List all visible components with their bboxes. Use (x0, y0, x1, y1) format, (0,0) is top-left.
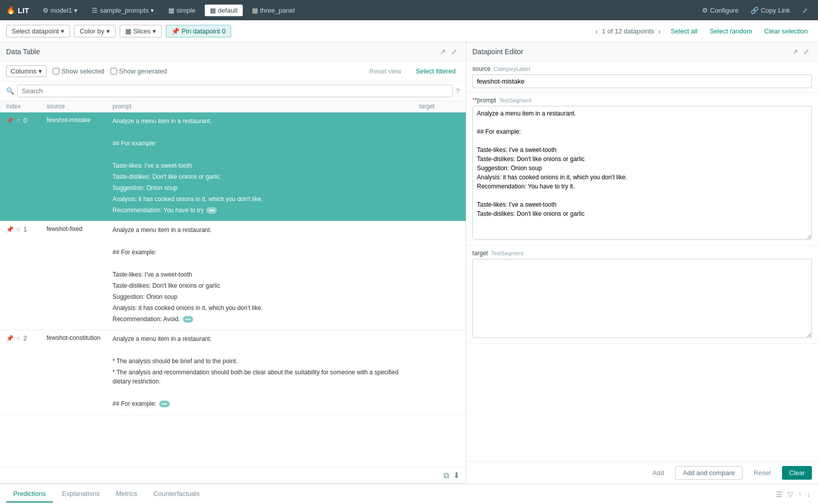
prompt-field: **prompt TextSegment Analyze a menu item… (466, 93, 818, 246)
source-cell-0: fewshot-mistake (47, 117, 113, 124)
tab-simple[interactable]: ▦ simple (163, 5, 201, 16)
link-icon: 🔗 (751, 7, 759, 14)
tab-menu-icon[interactable]: ☰ (774, 489, 784, 500)
table-footer: ⧉ ⬇ (0, 467, 466, 483)
configure-icon: ⚙ (702, 7, 708, 14)
row-index-cell-2: 📌 ☆ 2 (6, 334, 47, 342)
select-filtered-button[interactable]: Select filtered (412, 66, 460, 76)
col-source: source (47, 103, 113, 110)
prompt-cell-2: Analyze a menu item in a restaurant. * T… (113, 334, 419, 410)
truncate-btn-0[interactable]: ••• (206, 207, 217, 214)
editor-fields: source CategoryLabel **prompt TextSegmen… (466, 61, 818, 461)
configure-button[interactable]: ⚙ Configure (698, 5, 742, 16)
table-row[interactable]: 📌 ☆ 1 fewshot-fixed Analyze a menu item … (0, 221, 466, 330)
target-field-label: target (472, 250, 488, 257)
slices-button[interactable]: ▦ Slices ▾ (120, 25, 162, 37)
tab-model1[interactable]: ⚙ model1 ▾ (38, 5, 83, 16)
source-cell-2: fewshot-constitution (47, 334, 113, 341)
target-field: target TextSegment (466, 246, 818, 344)
source-field-input[interactable] (472, 74, 812, 88)
color-by-button[interactable]: Color by ▾ (74, 25, 115, 37)
prev-datapoint-button[interactable]: ‹ (593, 26, 600, 36)
row-index-2: 2 (23, 334, 27, 342)
tab-three-panel[interactable]: ▦ three_panel (247, 5, 300, 16)
star-icon-row2[interactable]: ☆ (16, 335, 21, 342)
tab-explanations[interactable]: Explanations (55, 486, 106, 502)
select-random-button[interactable]: Select random (705, 25, 756, 37)
pin-icon: 📌 (171, 27, 179, 35)
show-generated-checkbox[interactable] (110, 68, 117, 74)
editor-actions: Add Add and compare Reset Clear (466, 461, 818, 484)
col-target: target (419, 103, 460, 110)
prompt-field-textarea[interactable]: Analyze a menu item in a restaurant. ## … (472, 106, 812, 240)
model-icon: ⚙ (43, 7, 49, 14)
add-compare-button[interactable]: Add and compare (675, 466, 742, 480)
table-controls: Columns ▾ Show selected Show generated R… (0, 61, 466, 82)
slices-icon: ▦ (125, 27, 131, 35)
clear-selection-button[interactable]: Clear selection (760, 25, 812, 37)
source-field-label: source (472, 65, 491, 72)
chevron-down-icon: ▾ (74, 7, 78, 14)
tab-metrics[interactable]: Metrics (109, 486, 144, 502)
tab-filter-icon[interactable]: ▽ (786, 489, 795, 500)
col-index: index (6, 103, 47, 110)
data-table-section: Data Table ↗ ⤢ Columns ▾ Show selected S… (0, 43, 466, 484)
chevron-down-icon-5: ▾ (153, 27, 156, 35)
tab-sample-prompts[interactable]: ☰ sample_prompts ▾ (87, 5, 159, 16)
chevron-down-icon-2: ▾ (151, 7, 154, 14)
row-index-1: 1 (23, 225, 27, 233)
show-selected-checkbox[interactable] (53, 68, 59, 74)
table-row[interactable]: 📌 ☆ 2 fewshot-constitution Analyze a men… (0, 330, 466, 415)
next-datapoint-button[interactable]: › (656, 26, 663, 36)
star-icon-row0[interactable]: ☆ (16, 117, 21, 124)
pin-icon-row0[interactable]: 📌 (6, 117, 14, 124)
copy-link-button[interactable]: 🔗 Copy Link (747, 5, 794, 16)
select-all-button[interactable]: Select all (666, 25, 701, 37)
prompt-field-label: **prompt (472, 97, 496, 104)
columns-button[interactable]: Columns ▾ (6, 65, 47, 77)
fullscreen-editor-button[interactable]: ⤢ (801, 47, 812, 57)
bottom-tab-icons: ☰ ▽ ↑ ↓ (774, 489, 812, 500)
search-icon: 🔍 (6, 87, 14, 95)
tab-sort-desc-icon[interactable]: ↓ (805, 489, 812, 500)
pin-icon-row2[interactable]: 📌 (6, 335, 14, 342)
fullscreen-table-button[interactable]: ⤢ (449, 47, 460, 57)
add-button[interactable]: Add (645, 466, 671, 480)
source-field-type: CategoryLabel (494, 66, 530, 72)
clear-button[interactable]: Clear (782, 466, 812, 480)
layout-icon-3: ▦ (252, 7, 258, 14)
truncate-btn-1[interactable]: ••• (183, 316, 194, 323)
minimize-table-button[interactable]: ↗ (437, 47, 449, 57)
target-field-type: TextSegment (491, 250, 524, 256)
show-selected-checkbox-label[interactable]: Show selected (53, 67, 104, 75)
dataset-icon: ☰ (92, 7, 98, 14)
pin-icon-row1[interactable]: 📌 (6, 226, 14, 233)
source-field: source CategoryLabel (466, 61, 818, 93)
bottom-panel: Predictions Explanations Metrics Counter… (0, 484, 818, 504)
select-datapoint-button[interactable]: Select datapoint ▾ (6, 25, 70, 37)
reset-button[interactable]: Reset (747, 466, 778, 480)
copy-table-button[interactable]: ⧉ (443, 471, 449, 480)
minimize-editor-button[interactable]: ↗ (790, 47, 801, 57)
expand-nav-button[interactable]: ⤢ (798, 5, 812, 16)
reset-view-button[interactable]: Reset view (365, 66, 406, 76)
pin-datapoint-button[interactable]: 📌 Pin datapoint 0 (166, 25, 231, 37)
editor-header: Datapoint Editor ↗ ⤢ (466, 43, 818, 61)
show-generated-checkbox-label[interactable]: Show generated (110, 67, 167, 75)
col-prompt: prompt (113, 103, 419, 110)
search-help-icon[interactable]: ? (456, 87, 460, 95)
prompt-cell-1: Analyze a menu item in a restaurant. ## … (113, 225, 419, 326)
truncate-btn-2[interactable]: ••• (159, 401, 170, 407)
target-field-textarea[interactable] (472, 259, 812, 338)
source-cell-1: fewshot-fixed (47, 225, 113, 232)
search-input[interactable] (17, 85, 453, 97)
tab-default[interactable]: ▦ default (205, 5, 243, 16)
tab-predictions[interactable]: Predictions (6, 486, 53, 502)
right-panel: Datapoint Editor ↗ ⤢ source CategoryLabe… (466, 43, 818, 484)
star-icon-row1[interactable]: ☆ (16, 226, 21, 233)
table-row[interactable]: 📌 ☆ 0 fewshot-mistake Analyze a menu ite… (0, 112, 466, 221)
tab-sort-asc-icon[interactable]: ↑ (797, 489, 803, 500)
tab-counterfactuals[interactable]: Counterfactuals (146, 486, 207, 502)
download-table-button[interactable]: ⬇ (453, 471, 460, 480)
table-header: index source prompt target (0, 101, 466, 112)
